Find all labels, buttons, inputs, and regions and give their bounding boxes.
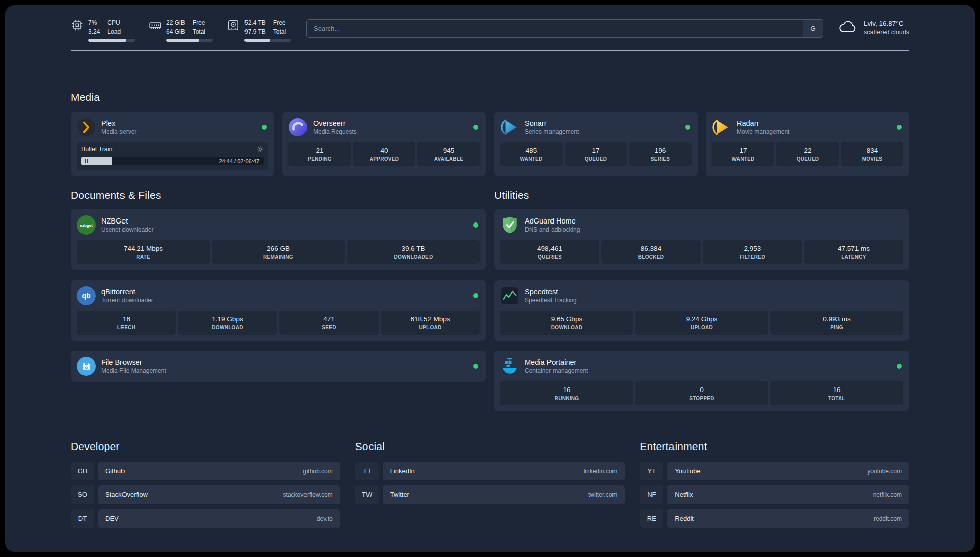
cpu-icon xyxy=(71,19,84,34)
stat-download: 1.19 Gbps DOWNLOAD xyxy=(178,311,277,335)
disk-free-value: 52.4 TB xyxy=(244,18,266,27)
bookmark-twitter[interactable]: TW Twitter twitter.com xyxy=(355,485,625,504)
portainer-card[interactable]: Media Portainer Container management 16 … xyxy=(494,351,909,411)
adguard-card[interactable]: AdGuard Home DNS and adblocking 498,461 … xyxy=(494,209,909,270)
disk-progress-fill xyxy=(244,39,270,42)
section-utilities: Utilities AdGuard Home DNS and adblockin… xyxy=(494,189,909,411)
disk-icon xyxy=(227,19,240,34)
bookmark-reddit[interactable]: RE Reddit reddit.com xyxy=(640,509,909,528)
stat-leech: 16 LEECH xyxy=(77,311,176,335)
app-desc: Torrent downloader xyxy=(101,297,153,304)
bookmark-linkedin[interactable]: LI LinkedIn linkedin.com xyxy=(355,462,625,480)
status-dot xyxy=(685,125,690,130)
bookmark-url: twitter.com xyxy=(588,491,617,498)
stat-remaining: 266 GB REMAINING xyxy=(212,240,345,264)
nzbget-card[interactable]: nzbget NZBGet Usenet downloader 744.21 M… xyxy=(71,209,486,270)
bookmark-name: Netflix xyxy=(675,491,693,498)
social-section-title: Social xyxy=(355,440,625,453)
stat-queued: 17 QUEUED xyxy=(565,142,627,166)
bookmark-url: netflix.com xyxy=(873,491,902,498)
memory-total-label: Total xyxy=(193,27,205,36)
bookmark-name: Twitter xyxy=(390,491,409,498)
plex-now-playing: Bullet Train 24:44 / 02:06:47 xyxy=(77,142,268,170)
stat-pending: 21 PENDING xyxy=(288,142,351,166)
stat-wanted: 17 WANTED xyxy=(712,142,774,166)
stat-blocked: 86,384 BLOCKED xyxy=(601,240,701,264)
qbittorrent-card[interactable]: qb qBittorrent Torrent downloader 16 LEE… xyxy=(71,280,486,341)
bookmark-name: DEV xyxy=(105,515,119,522)
app-name: Radarr xyxy=(737,119,789,127)
speedtest-card[interactable]: Speedtest Speedtest Tracking 9.65 Gbps D… xyxy=(494,280,909,341)
app-desc: Media File Management xyxy=(101,367,166,374)
bookmark-abbr: GH xyxy=(71,462,94,480)
cpu-widget: 7% 3.24 CPU Load xyxy=(71,18,135,42)
disk-total-label: Total xyxy=(273,27,286,36)
memory-free-label: Free xyxy=(193,18,205,27)
now-playing-title: Bullet Train xyxy=(81,146,113,153)
bookmark-name: Reddit xyxy=(675,515,694,522)
search-provider-button[interactable]: G xyxy=(803,20,823,37)
section-developer: Developer GH Github github.com SO StackO… xyxy=(71,440,340,528)
app-name: AdGuard Home xyxy=(525,217,580,225)
sonarr-card[interactable]: Sonarr Series management 485 WANTED 17 Q… xyxy=(494,112,698,176)
cloud-icon xyxy=(838,19,858,36)
cpu-usage-label: CPU xyxy=(107,18,121,27)
topbar: 7% 3.24 CPU Load xyxy=(71,5,909,42)
entertainment-section-title: Entertainment xyxy=(640,440,909,453)
bookmark-url: stackoverflow.com xyxy=(283,491,333,498)
bookmark-youtube[interactable]: YT YouTube youtube.com xyxy=(640,462,909,480)
cpu-load-label: Load xyxy=(107,27,121,36)
sonarr-icon xyxy=(500,118,519,137)
playback-progress-bar[interactable]: 24:44 / 02:06:47 xyxy=(81,157,264,165)
stat-running: 16 RUNNING xyxy=(500,381,633,405)
memory-progress-fill xyxy=(166,39,199,42)
gear-icon[interactable] xyxy=(257,146,264,153)
nzbget-icon: nzbget xyxy=(77,215,96,235)
memory-widget: 22 GiB 64 GiB Free Total xyxy=(149,18,213,42)
app-desc: Media Requests xyxy=(313,128,357,135)
weather-condition: scattered clouds xyxy=(864,29,909,36)
portainer-icon xyxy=(500,357,519,376)
section-entertainment: Entertainment YT YouTube youtube.com NF … xyxy=(640,440,909,528)
status-dot xyxy=(473,293,478,298)
developer-section-title: Developer xyxy=(71,440,340,453)
bookmark-stackoverflow[interactable]: SO StackOverflow stackoverflow.com xyxy=(71,485,340,504)
plex-card[interactable]: Plex Media server Bullet Train xyxy=(71,112,274,176)
bookmark-url: linkedin.com xyxy=(584,468,618,475)
bookmark-dev[interactable]: DT DEV dev.to xyxy=(71,509,340,528)
filebrowser-icon xyxy=(77,357,96,376)
playback-time: 24:44 / 02:06:47 xyxy=(219,158,259,164)
bookmark-netflix[interactable]: NF Netflix netflix.com xyxy=(640,485,909,504)
speedtest-icon xyxy=(500,286,519,305)
app-name: File Browser xyxy=(101,358,166,366)
bookmark-name: LinkedIn xyxy=(390,467,415,475)
stat-movies: 834 MOVIES xyxy=(841,142,903,166)
overseerr-card[interactable]: Overseerr Media Requests 21 PENDING 40 A… xyxy=(282,112,486,176)
documents-section-title: Documents & Files xyxy=(71,189,486,201)
search-input[interactable] xyxy=(307,20,803,37)
stat-upload: 618.52 Mbps UPLOAD xyxy=(381,311,480,335)
stat-queued: 22 QUEUED xyxy=(776,142,839,166)
playback-progress-fill xyxy=(81,157,112,165)
section-social: Social LI LinkedIn linkedin.com TW Twitt… xyxy=(355,440,625,504)
cpu-load-value: 3.24 xyxy=(88,27,100,36)
topbar-divider xyxy=(71,50,909,51)
status-dot xyxy=(262,125,267,130)
cpu-progress-bar xyxy=(88,39,135,42)
app-desc: DNS and adblocking xyxy=(525,226,580,233)
bookmark-github[interactable]: GH Github github.com xyxy=(71,462,340,480)
weather-widget: Lviv, 16.87°C scattered clouds xyxy=(838,19,909,36)
app-desc: Media server xyxy=(101,128,136,135)
filebrowser-card[interactable]: File Browser Media File Management xyxy=(71,351,486,382)
plex-icon xyxy=(77,118,96,137)
stat-wanted: 485 WANTED xyxy=(500,142,563,166)
radarr-icon xyxy=(712,118,731,137)
bookmark-abbr: YT xyxy=(640,462,663,480)
app-name: Speedtest xyxy=(525,288,577,296)
memory-total-value: 64 GiB xyxy=(166,27,185,36)
stat-stopped: 0 STOPPED xyxy=(635,381,768,405)
section-documents: Documents & Files nzbget NZBGet Usenet d… xyxy=(71,189,486,382)
radarr-card[interactable]: Radarr Movie management 17 WANTED 22 QUE… xyxy=(706,112,909,176)
pause-icon xyxy=(85,159,86,163)
app-name: Plex xyxy=(101,119,136,127)
